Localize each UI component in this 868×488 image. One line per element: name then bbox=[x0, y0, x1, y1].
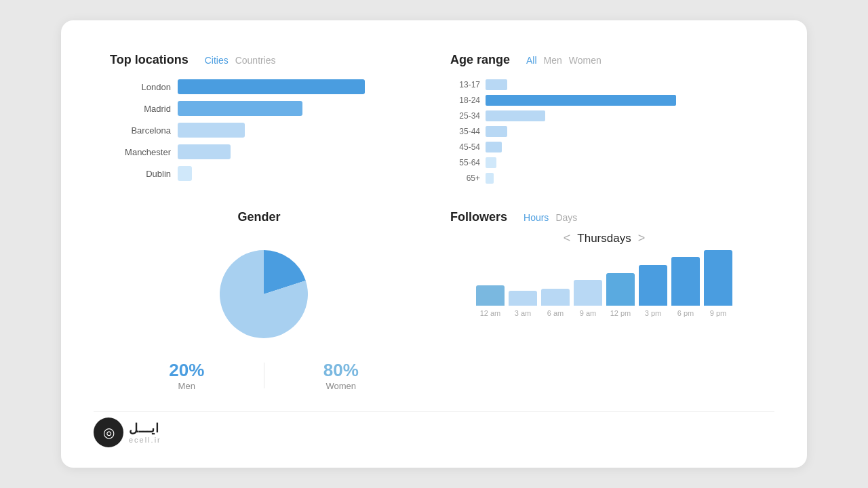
follower-bar-col: 9 pm bbox=[704, 250, 732, 317]
follower-bars: 12 am 3 am 6 am 9 am 12 pm 3 pm 6 pm 9 p… bbox=[450, 256, 758, 317]
follower-bar bbox=[704, 250, 732, 306]
age-bar bbox=[486, 126, 507, 137]
location-bar bbox=[178, 166, 192, 181]
brand-info: ایـــل ecell.ir bbox=[129, 421, 161, 444]
location-bar-row: London bbox=[110, 79, 418, 94]
age-label: 65+ bbox=[450, 174, 480, 183]
age-bar-wrap bbox=[486, 142, 758, 152]
location-bar-wrap bbox=[178, 144, 418, 159]
age-bar-row: 65+ bbox=[450, 173, 758, 184]
tab-hours[interactable]: Hours bbox=[524, 212, 549, 223]
age-bar-row: 45-54 bbox=[450, 142, 758, 152]
follower-bar bbox=[574, 280, 602, 306]
age-range-header: Age range All Men Women bbox=[450, 53, 758, 67]
location-label: Madrid bbox=[110, 104, 171, 114]
followers-section: Followers Hours Days < Thursdays > 12 am… bbox=[434, 202, 774, 405]
location-bar bbox=[178, 144, 231, 159]
follower-bar bbox=[671, 257, 700, 306]
followers-header: Followers Hours Days bbox=[450, 210, 758, 224]
age-bar-wrap bbox=[486, 95, 758, 106]
age-label: 45-54 bbox=[450, 142, 480, 152]
follower-bar-time: 3 am bbox=[515, 309, 531, 317]
location-bar-row: Manchester bbox=[110, 144, 418, 159]
tab-cities[interactable]: Cities bbox=[205, 55, 229, 66]
brand-sub: ecell.ir bbox=[129, 436, 161, 444]
age-bar-wrap bbox=[486, 79, 758, 90]
age-bar-row: 35-44 bbox=[450, 126, 758, 137]
age-bar-row: 18-24 bbox=[450, 95, 758, 106]
follower-bar bbox=[509, 291, 537, 306]
women-label: Women bbox=[326, 381, 356, 391]
location-label: Barcelona bbox=[110, 125, 171, 136]
prev-day-button[interactable]: < bbox=[557, 231, 578, 245]
follower-bar-col: 12 pm bbox=[606, 273, 635, 317]
men-stat: 20% Men bbox=[110, 360, 264, 391]
location-bar-wrap bbox=[178, 123, 418, 138]
location-bar bbox=[178, 123, 245, 138]
follower-bar-time: 6 am bbox=[547, 309, 564, 317]
brand-footer: ◎ ایـــل ecell.ir bbox=[94, 411, 774, 447]
age-bar bbox=[486, 157, 496, 168]
location-bar-row: Dublin bbox=[110, 166, 418, 181]
location-label: Manchester bbox=[110, 147, 171, 157]
top-locations-title: Top locations bbox=[110, 53, 189, 67]
top-locations-section: Top locations Cities Countries London Ma… bbox=[94, 45, 434, 202]
top-locations-bars: London Madrid Barcelona Manchester Dubli… bbox=[110, 79, 418, 181]
age-label: 55-64 bbox=[450, 158, 480, 167]
women-pct: 80% bbox=[323, 360, 359, 381]
age-bar bbox=[486, 79, 507, 90]
tab-countries[interactable]: Countries bbox=[235, 55, 276, 66]
location-bar bbox=[178, 79, 365, 94]
follower-bar-col: 3 am bbox=[509, 291, 537, 317]
follower-bar-col: 6 pm bbox=[671, 257, 700, 317]
age-range-bars: 13-17 18-24 25-34 35-44 45-54 bbox=[450, 79, 758, 184]
tab-days[interactable]: Days bbox=[555, 212, 577, 223]
age-bar-row: 55-64 bbox=[450, 157, 758, 168]
age-label: 18-24 bbox=[450, 96, 480, 105]
follower-bar-time: 9 pm bbox=[710, 309, 726, 317]
age-label: 25-34 bbox=[450, 111, 480, 121]
age-range-title: Age range bbox=[450, 53, 510, 67]
follower-bar-time: 12 am bbox=[480, 309, 501, 317]
tab-women-age[interactable]: Women bbox=[569, 55, 601, 66]
age-bar bbox=[486, 142, 502, 152]
age-label: 35-44 bbox=[450, 127, 480, 136]
age-bar bbox=[486, 110, 545, 121]
location-bar-wrap bbox=[178, 101, 418, 116]
location-bar-wrap bbox=[178, 166, 418, 181]
gender-title: Gender bbox=[237, 210, 280, 224]
age-bar-wrap bbox=[486, 157, 758, 168]
follower-bar-time: 3 pm bbox=[645, 309, 661, 317]
pie-svg bbox=[213, 243, 315, 345]
age-bar-wrap bbox=[486, 110, 758, 121]
location-label: London bbox=[110, 82, 171, 92]
day-nav: < Thursdays > bbox=[450, 231, 758, 245]
follower-bar bbox=[541, 289, 570, 306]
next-day-button[interactable]: > bbox=[631, 231, 652, 245]
women-stat: 80% Women bbox=[264, 360, 418, 391]
tab-men-age[interactable]: Men bbox=[544, 55, 562, 66]
location-label: Dublin bbox=[110, 169, 171, 179]
men-label: Men bbox=[178, 381, 195, 391]
age-bar bbox=[486, 173, 494, 184]
day-nav-label: Thursdays bbox=[577, 232, 631, 245]
age-bar-wrap bbox=[486, 126, 758, 137]
follower-bar bbox=[606, 273, 635, 306]
follower-bar bbox=[639, 265, 667, 306]
follower-bar-time: 6 pm bbox=[677, 309, 694, 317]
brand-name: ایـــل bbox=[129, 421, 161, 436]
top-locations-header: Top locations Cities Countries bbox=[110, 53, 418, 67]
age-range-section: Age range All Men Women 13-17 18-24 25-3… bbox=[434, 45, 774, 202]
gender-header: Gender bbox=[237, 210, 290, 224]
tab-all[interactable]: All bbox=[526, 55, 537, 66]
gender-pie bbox=[213, 243, 315, 345]
gender-section: Gender bbox=[94, 202, 434, 405]
location-bar bbox=[178, 101, 302, 116]
men-pct: 20% bbox=[169, 360, 204, 381]
age-bar bbox=[486, 95, 676, 106]
follower-bar-col: 9 am bbox=[574, 280, 602, 317]
location-bar-wrap bbox=[178, 79, 418, 94]
location-bar-row: Barcelona bbox=[110, 123, 418, 138]
follower-bar-col: 6 am bbox=[541, 289, 570, 317]
age-bar-row: 13-17 bbox=[450, 79, 758, 90]
